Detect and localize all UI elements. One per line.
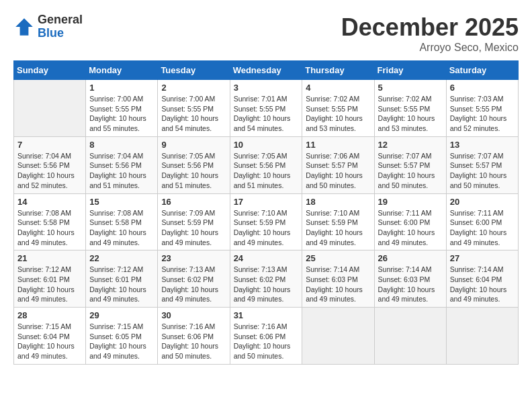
calendar-cell: 11Sunrise: 7:06 AMSunset: 5:57 PMDayligh… xyxy=(302,136,374,193)
day-info: Sunrise: 7:00 AMSunset: 5:55 PMDaylight:… xyxy=(161,94,226,134)
day-info: Sunrise: 7:13 AMSunset: 6:02 PMDaylight:… xyxy=(161,265,226,304)
calendar-cell: 31Sunrise: 7:16 AMSunset: 6:06 PMDayligh… xyxy=(230,308,302,365)
day-info: Sunrise: 7:12 AMSunset: 6:01 PMDaylight:… xyxy=(17,265,82,304)
weekday-row: SundayMondayTuesdayWednesdayThursdayFrid… xyxy=(14,61,519,80)
calendar-cell: 24Sunrise: 7:13 AMSunset: 6:02 PMDayligh… xyxy=(230,250,302,308)
day-number: 24 xyxy=(234,253,299,263)
calendar-cell: 26Sunrise: 7:14 AMSunset: 6:03 PMDayligh… xyxy=(374,250,446,308)
calendar-cell: 12Sunrise: 7:07 AMSunset: 5:57 PMDayligh… xyxy=(374,136,446,193)
day-info: Sunrise: 7:01 AMSunset: 5:55 PMDaylight:… xyxy=(234,94,299,134)
day-number: 3 xyxy=(234,83,299,93)
day-number: 10 xyxy=(234,140,299,150)
calendar-cell xyxy=(374,308,446,365)
location: Arroyo Seco, Mexico xyxy=(341,42,519,54)
day-info: Sunrise: 7:13 AMSunset: 6:02 PMDaylight:… xyxy=(234,265,299,304)
weekday-header: Saturday xyxy=(446,61,518,80)
calendar-header: SundayMondayTuesdayWednesdayThursdayFrid… xyxy=(14,61,519,80)
calendar-table: SundayMondayTuesdayWednesdayThursdayFrid… xyxy=(13,60,519,365)
day-number: 8 xyxy=(89,140,154,150)
day-info: Sunrise: 7:08 AMSunset: 5:58 PMDaylight:… xyxy=(17,208,82,248)
day-number: 19 xyxy=(378,197,443,207)
day-number: 7 xyxy=(17,140,82,150)
calendar-cell: 28Sunrise: 7:15 AMSunset: 6:04 PMDayligh… xyxy=(14,308,86,365)
calendar-cell: 20Sunrise: 7:11 AMSunset: 6:00 PMDayligh… xyxy=(446,193,518,250)
weekday-header: Sunday xyxy=(14,61,86,80)
day-info: Sunrise: 7:04 AMSunset: 5:56 PMDaylight:… xyxy=(89,151,154,191)
logo-general: General xyxy=(38,13,83,27)
calendar-cell xyxy=(302,308,374,365)
day-info: Sunrise: 7:07 AMSunset: 5:57 PMDaylight:… xyxy=(378,151,443,191)
weekday-header: Friday xyxy=(374,61,446,80)
weekday-header: Monday xyxy=(86,61,158,80)
title-block: December 2025 Arroyo Seco, Mexico xyxy=(341,13,519,54)
day-number: 5 xyxy=(378,83,443,93)
day-info: Sunrise: 7:14 AMSunset: 6:04 PMDaylight:… xyxy=(450,265,515,304)
day-info: Sunrise: 7:16 AMSunset: 6:06 PMDaylight:… xyxy=(161,322,226,361)
day-number: 28 xyxy=(17,310,82,320)
day-number: 16 xyxy=(161,197,226,207)
day-number: 1 xyxy=(89,83,154,93)
calendar-week-row: 28Sunrise: 7:15 AMSunset: 6:04 PMDayligh… xyxy=(14,308,519,365)
logo-text: General Blue xyxy=(38,13,83,40)
day-info: Sunrise: 7:02 AMSunset: 5:55 PMDaylight:… xyxy=(306,94,370,134)
weekday-header: Wednesday xyxy=(230,61,302,80)
weekday-header: Tuesday xyxy=(158,61,230,80)
calendar-cell xyxy=(14,80,86,137)
logo-blue: Blue xyxy=(38,27,83,40)
calendar-cell: 3Sunrise: 7:01 AMSunset: 5:55 PMDaylight… xyxy=(230,80,302,137)
day-info: Sunrise: 7:09 AMSunset: 5:59 PMDaylight:… xyxy=(161,208,226,248)
day-number: 2 xyxy=(161,83,226,93)
calendar-week-row: 7Sunrise: 7:04 AMSunset: 5:56 PMDaylight… xyxy=(14,136,519,193)
calendar-cell: 5Sunrise: 7:02 AMSunset: 5:55 PMDaylight… xyxy=(374,80,446,137)
weekday-header: Thursday xyxy=(302,61,374,80)
calendar-cell: 17Sunrise: 7:10 AMSunset: 5:59 PMDayligh… xyxy=(230,193,302,250)
day-info: Sunrise: 7:16 AMSunset: 6:06 PMDaylight:… xyxy=(234,322,299,361)
day-info: Sunrise: 7:14 AMSunset: 6:03 PMDaylight:… xyxy=(306,265,370,304)
day-number: 9 xyxy=(161,140,226,150)
calendar-cell: 6Sunrise: 7:03 AMSunset: 5:55 PMDaylight… xyxy=(446,80,518,137)
day-number: 12 xyxy=(378,140,443,150)
day-number: 17 xyxy=(234,197,299,207)
day-info: Sunrise: 7:08 AMSunset: 5:58 PMDaylight:… xyxy=(89,208,154,248)
calendar-cell: 1Sunrise: 7:00 AMSunset: 5:55 PMDaylight… xyxy=(86,80,158,137)
logo: General Blue xyxy=(13,13,83,40)
calendar-cell: 22Sunrise: 7:12 AMSunset: 6:01 PMDayligh… xyxy=(86,250,158,308)
calendar-cell: 19Sunrise: 7:11 AMSunset: 6:00 PMDayligh… xyxy=(374,193,446,250)
calendar-cell: 9Sunrise: 7:05 AMSunset: 5:56 PMDaylight… xyxy=(158,136,230,193)
day-info: Sunrise: 7:10 AMSunset: 5:59 PMDaylight:… xyxy=(234,208,299,248)
day-info: Sunrise: 7:12 AMSunset: 6:01 PMDaylight:… xyxy=(89,265,154,304)
calendar-cell: 7Sunrise: 7:04 AMSunset: 5:56 PMDaylight… xyxy=(14,136,86,193)
day-number: 18 xyxy=(306,197,370,207)
day-number: 29 xyxy=(89,310,154,320)
calendar-cell: 21Sunrise: 7:12 AMSunset: 6:01 PMDayligh… xyxy=(14,250,86,308)
day-number: 30 xyxy=(161,310,226,320)
day-number: 26 xyxy=(378,253,443,263)
day-info: Sunrise: 7:14 AMSunset: 6:03 PMDaylight:… xyxy=(378,265,443,304)
day-info: Sunrise: 7:10 AMSunset: 5:59 PMDaylight:… xyxy=(306,208,370,248)
calendar-cell: 29Sunrise: 7:15 AMSunset: 6:05 PMDayligh… xyxy=(86,308,158,365)
day-info: Sunrise: 7:15 AMSunset: 6:04 PMDaylight:… xyxy=(17,322,82,361)
calendar-week-row: 21Sunrise: 7:12 AMSunset: 6:01 PMDayligh… xyxy=(14,250,519,308)
day-info: Sunrise: 7:11 AMSunset: 6:00 PMDaylight:… xyxy=(378,208,443,248)
calendar-cell xyxy=(446,308,518,365)
calendar-body: 1Sunrise: 7:00 AMSunset: 5:55 PMDaylight… xyxy=(14,80,519,365)
day-number: 22 xyxy=(89,253,154,263)
calendar-cell: 10Sunrise: 7:05 AMSunset: 5:56 PMDayligh… xyxy=(230,136,302,193)
day-info: Sunrise: 7:05 AMSunset: 5:56 PMDaylight:… xyxy=(161,151,226,191)
calendar-week-row: 1Sunrise: 7:00 AMSunset: 5:55 PMDaylight… xyxy=(14,80,519,137)
day-number: 11 xyxy=(306,140,370,150)
svg-marker-0 xyxy=(15,18,33,36)
day-number: 20 xyxy=(450,197,515,207)
calendar-cell: 15Sunrise: 7:08 AMSunset: 5:58 PMDayligh… xyxy=(86,193,158,250)
day-info: Sunrise: 7:00 AMSunset: 5:55 PMDaylight:… xyxy=(89,94,154,134)
day-info: Sunrise: 7:04 AMSunset: 5:56 PMDaylight:… xyxy=(17,151,82,191)
logo-icon xyxy=(13,16,35,38)
day-number: 23 xyxy=(161,253,226,263)
day-number: 27 xyxy=(450,253,515,263)
calendar-week-row: 14Sunrise: 7:08 AMSunset: 5:58 PMDayligh… xyxy=(14,193,519,250)
calendar-cell: 25Sunrise: 7:14 AMSunset: 6:03 PMDayligh… xyxy=(302,250,374,308)
calendar-cell: 4Sunrise: 7:02 AMSunset: 5:55 PMDaylight… xyxy=(302,80,374,137)
day-info: Sunrise: 7:05 AMSunset: 5:56 PMDaylight:… xyxy=(234,151,299,191)
calendar-cell: 13Sunrise: 7:07 AMSunset: 5:57 PMDayligh… xyxy=(446,136,518,193)
day-number: 14 xyxy=(17,197,82,207)
